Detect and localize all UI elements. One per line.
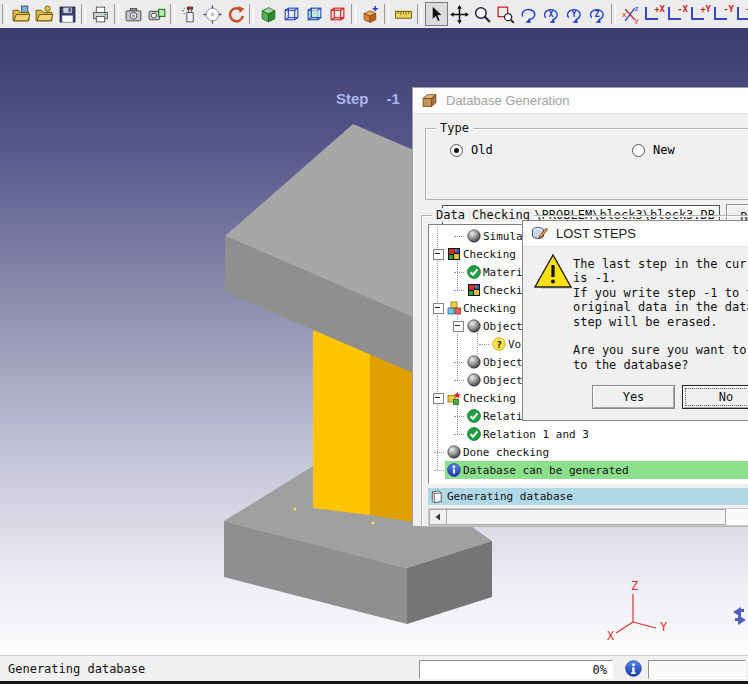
zoom-window-button[interactable] xyxy=(494,2,517,26)
toolbar-separator xyxy=(114,4,119,24)
axis-view-label: +Y xyxy=(700,4,711,14)
lost-steps-titlebar[interactable]: LOST STEPS xyxy=(523,221,748,247)
toolbar-separator xyxy=(351,4,356,24)
print-button[interactable] xyxy=(89,2,112,26)
view-plusminus-x-button[interactable]: +X xyxy=(642,2,665,26)
select-cursor-button[interactable] xyxy=(425,2,448,26)
scrollbar-thumb[interactable] xyxy=(447,509,726,525)
toolbar-separator xyxy=(249,4,254,24)
collapse-toggle[interactable] xyxy=(433,249,444,260)
database-pencil-icon xyxy=(531,225,548,242)
radio-new[interactable]: New xyxy=(632,142,675,158)
type-group-label: Type xyxy=(436,121,473,135)
toolbar-separator xyxy=(417,4,422,24)
check-icon xyxy=(467,427,481,441)
open-database-button[interactable] xyxy=(33,2,56,26)
zoom-button[interactable] xyxy=(471,2,494,26)
tree-row[interactable]: Relation 1 and 3 xyxy=(429,425,748,443)
light-options-button[interactable] xyxy=(201,2,224,26)
tree-connector xyxy=(454,362,464,363)
tree-connector xyxy=(454,290,464,291)
database-dialog-titlebar[interactable]: Database Generation xyxy=(413,88,748,114)
shaded-cube-button[interactable] xyxy=(257,2,280,26)
sphere-icon xyxy=(467,319,481,333)
check-icon xyxy=(467,265,481,279)
progress-percent: 0% xyxy=(593,663,607,677)
no-button-label: No xyxy=(719,390,733,404)
status-message: Generating database xyxy=(8,662,145,676)
axis-triad-button[interactable]: xzy xyxy=(619,2,642,26)
info-icon[interactable] xyxy=(625,660,642,677)
measure-button[interactable] xyxy=(392,2,415,26)
save-button[interactable] xyxy=(56,2,79,26)
radio-old-circle[interactable] xyxy=(450,144,463,157)
rotate-z-button[interactable]: Z xyxy=(586,2,609,26)
rotate-x-button[interactable]: X xyxy=(540,2,563,26)
materials-icon xyxy=(467,283,481,297)
axis-view-label: -Y xyxy=(723,4,734,14)
package-icon xyxy=(421,92,438,109)
warning-icon xyxy=(533,253,573,291)
yes-button[interactable]: Yes xyxy=(592,385,675,409)
wireframe-cube-button[interactable] xyxy=(280,2,303,26)
svg-text:Z: Z xyxy=(595,9,600,19)
axis-triad xyxy=(616,594,656,633)
rotate-grip-icon[interactable] xyxy=(733,607,746,625)
collapse-toggle[interactable] xyxy=(453,321,464,332)
tree-connector xyxy=(479,344,489,345)
main-toolbar: X Y Z xzy +X-X+Y-Y+Z-Z xyxy=(0,0,748,29)
mesh-node-dot xyxy=(294,508,297,511)
no-button[interactable]: No xyxy=(682,385,748,409)
collapse-toggle[interactable] xyxy=(433,303,444,314)
horizontal-scrollbar[interactable] xyxy=(428,508,748,526)
lost-steps-title: LOST STEPS xyxy=(556,226,636,241)
status-bar: Generating database 0% xyxy=(0,655,748,682)
generation-status-text: Generating database xyxy=(447,490,573,503)
capture-animation-button[interactable] xyxy=(145,2,168,26)
toolbar-separator xyxy=(611,4,616,24)
radio-new-label[interactable]: New xyxy=(653,143,675,157)
edge-cube-button[interactable] xyxy=(326,2,349,26)
tree-row[interactable]: Done checking xyxy=(429,443,748,461)
tree-connector xyxy=(434,452,444,453)
radio-old-label[interactable]: Old xyxy=(471,143,493,157)
rotate-free-button[interactable] xyxy=(517,2,540,26)
svg-text:z: z xyxy=(634,5,638,13)
toolbar-gripper[interactable] xyxy=(2,4,7,24)
toolbar-separator xyxy=(170,4,175,24)
rotate-y-button[interactable]: Y xyxy=(563,2,586,26)
tree-connector xyxy=(454,416,464,417)
lost-steps-dialog: LOST STEPS The last step in the current … xyxy=(522,220,748,421)
tree-row[interactable]: Database can be generated xyxy=(429,461,748,479)
tree-row-label: Done checking xyxy=(463,446,549,459)
spray-paint-button[interactable] xyxy=(178,2,201,26)
step-indicator: Step-1 xyxy=(336,90,400,107)
axis-view-button-group: +X-X+Y-Y+Z-Z xyxy=(642,2,748,26)
collapse-toggle[interactable] xyxy=(433,393,444,404)
generation-status-row: Generating database xyxy=(428,488,748,505)
radio-new-circle[interactable] xyxy=(632,144,645,157)
view-minus-y-button[interactable]: -Y xyxy=(711,2,734,26)
progress-bar: 0% xyxy=(419,660,613,679)
add-object-button[interactable] xyxy=(359,2,382,26)
toolbar-separator xyxy=(384,4,389,24)
snapshot-button[interactable] xyxy=(122,2,145,26)
left-arrow-icon xyxy=(434,513,442,521)
radio-old[interactable]: Old xyxy=(450,142,493,158)
axis-label-x: X xyxy=(607,629,615,643)
tree-connector xyxy=(454,380,464,381)
shaded-wireframe-cube-button[interactable] xyxy=(303,2,326,26)
tree-connector xyxy=(454,434,464,435)
view-plusminus-z-button[interactable]: +Z xyxy=(734,2,748,26)
toolbar-separator xyxy=(81,4,86,24)
svg-text:X: X xyxy=(549,9,554,19)
reset-view-button[interactable] xyxy=(224,2,247,26)
yes-button-label: Yes xyxy=(623,390,645,404)
open-problem-button[interactable] xyxy=(10,2,33,26)
view-plusminus-y-button[interactable]: +Y xyxy=(688,2,711,26)
pan-button[interactable] xyxy=(448,2,471,26)
mesh-node-dot xyxy=(372,522,375,525)
view-minus-x-button[interactable]: -X xyxy=(665,2,688,26)
check-icon xyxy=(467,409,481,423)
scroll-left-button[interactable] xyxy=(429,509,447,525)
